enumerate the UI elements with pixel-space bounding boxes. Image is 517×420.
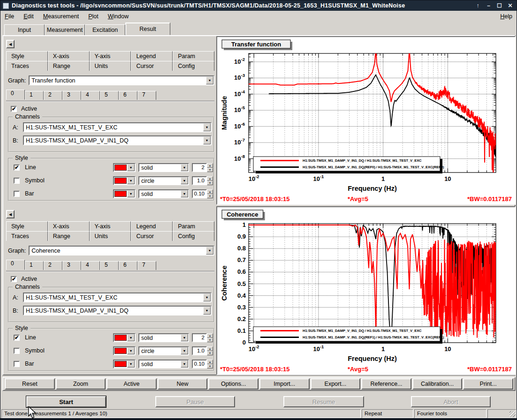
trace-tab-6[interactable]: 6 (119, 261, 137, 270)
bar-width-stepper[interactable]: 0.10 ▲▼ (192, 189, 213, 198)
line-style-select[interactable]: solid ▼ (138, 333, 189, 342)
resize-grip[interactable] (509, 411, 516, 417)
tab-param[interactable]: Param (173, 51, 214, 61)
menu-file[interactable]: File (5, 13, 14, 20)
tab-measurement[interactable]: Measurement (45, 24, 85, 35)
trace-tab-1[interactable]: 1 (25, 91, 44, 100)
spin-up-icon[interactable]: ▲ (207, 189, 213, 194)
chevron-down-icon[interactable]: ▼ (203, 293, 211, 301)
active-checkbox[interactable]: ✔ (11, 106, 17, 112)
collapse-panel-button[interactable]: ◀ (6, 40, 15, 48)
tab-traces[interactable]: Traces (6, 61, 48, 71)
chevron-down-icon[interactable]: ▼ (127, 334, 135, 341)
tab-config[interactable]: Config (173, 61, 214, 71)
tab-range[interactable]: Range (48, 231, 90, 241)
reset-button[interactable]: Reset (5, 378, 55, 390)
tab-traces[interactable]: Traces (6, 231, 48, 241)
symbol-size-stepper[interactable]: 1.0 ▲▼ (192, 176, 213, 185)
print-button[interactable]: Print... (463, 378, 513, 390)
trace-tab-2[interactable]: 2 (44, 261, 62, 270)
symbol-style-select[interactable]: circle ▼ (138, 176, 189, 185)
channel-a-select[interactable]: H1:SUS-TMSX_M1_TEST_V_EXC ▼ (23, 292, 212, 302)
calibration-button[interactable]: Calibration... (412, 378, 463, 390)
bar-width-stepper[interactable]: 0.10 ▲▼ (192, 360, 213, 368)
spin-down-icon[interactable]: ▼ (207, 181, 213, 186)
trace-tab-6[interactable]: 6 (119, 91, 137, 100)
line-color-select[interactable]: ▼ (113, 163, 136, 172)
bar-checkbox[interactable] (14, 191, 20, 197)
spin-up-icon[interactable]: ▲ (207, 346, 213, 351)
chevron-down-icon[interactable]: ▼ (203, 123, 211, 131)
line-checkbox[interactable]: ✔ (14, 165, 20, 171)
symbol-color-select[interactable]: ▼ (113, 176, 136, 185)
spin-up-icon[interactable]: ▲ (207, 360, 213, 364)
menu-measurement[interactable]: Measurement (43, 13, 79, 20)
tab-units[interactable]: Units (90, 231, 131, 241)
trace-tab-2[interactable]: 2 (44, 91, 62, 100)
tab-config[interactable]: Config (173, 231, 214, 241)
trace-tab-7[interactable]: 7 (137, 261, 156, 270)
tab-x-axis[interactable]: X-axis (48, 221, 90, 231)
tab-cursor[interactable]: Cursor (131, 61, 173, 71)
spin-down-icon[interactable]: ▼ (207, 338, 213, 343)
line-width-stepper[interactable]: 2 ▲▼ (192, 333, 213, 342)
chevron-down-icon[interactable]: ▼ (127, 164, 135, 171)
menu-help[interactable]: Help (500, 13, 512, 20)
active-button[interactable]: Active (106, 378, 157, 390)
import-button[interactable]: Import... (259, 378, 310, 390)
tab-range[interactable]: Range (48, 61, 90, 71)
new-button[interactable]: New (158, 378, 208, 390)
tab-legend[interactable]: Legend (131, 51, 173, 61)
spin-down-icon[interactable]: ▼ (207, 168, 213, 172)
tab-style[interactable]: Style (6, 51, 48, 61)
chevron-down-icon[interactable]: ▼ (127, 177, 135, 184)
trace-tab-3[interactable]: 3 (62, 91, 81, 100)
bar-style-select[interactable]: solid ▼ (138, 360, 189, 368)
coherence-plot[interactable]: 10-210-111010.90.80.70.60.50.40.30.20.10… (217, 207, 515, 374)
trace-tab-4[interactable]: 4 (81, 261, 100, 270)
chevron-down-icon[interactable]: ▼ (127, 347, 135, 354)
trace-tab-0[interactable]: 0 (6, 260, 25, 270)
graph-select[interactable]: Transfer function ▼ (29, 75, 214, 85)
reference-button[interactable]: Reference... (361, 378, 411, 390)
tab-cursor[interactable]: Cursor (131, 231, 173, 241)
spin-down-icon[interactable]: ▼ (207, 364, 213, 369)
chevron-down-icon[interactable]: ▼ (181, 164, 188, 171)
close-window-icon[interactable]: ✕ (506, 2, 514, 10)
chevron-down-icon[interactable]: ▼ (181, 347, 188, 354)
trace-tab-1[interactable]: 1 (25, 261, 44, 270)
maximize-window-icon[interactable]: ☐ (495, 2, 503, 10)
chevron-down-icon[interactable]: ▼ (203, 136, 211, 144)
bar-checkbox[interactable] (14, 361, 20, 367)
bar-style-select[interactable]: solid ▼ (138, 189, 189, 198)
line-width-stepper[interactable]: 2 ▲▼ (192, 163, 213, 172)
minimize-window-icon[interactable]: – (485, 2, 493, 10)
spin-down-icon[interactable]: ▼ (207, 194, 213, 199)
trace-tab-3[interactable]: 3 (62, 261, 81, 270)
chevron-down-icon[interactable]: ▼ (181, 190, 188, 197)
line-checkbox[interactable]: ✔ (14, 335, 20, 341)
graph-select[interactable]: Coherence ▼ (29, 246, 214, 255)
collapse-panel-button[interactable]: ◀ (6, 210, 15, 218)
bar-color-select[interactable]: ▼ (113, 360, 136, 368)
tab-y-axis[interactable]: Y-axis (90, 51, 131, 61)
menu-window[interactable]: Window (108, 13, 129, 20)
chevron-down-icon[interactable]: ▼ (181, 360, 188, 368)
active-checkbox[interactable]: ✔ (11, 276, 17, 282)
options-button[interactable]: Options... (208, 378, 258, 390)
channel-a-select[interactable]: H1:SUS-TMSX_M1_TEST_V_EXC ▼ (23, 122, 212, 132)
tab-legend[interactable]: Legend (131, 221, 173, 231)
trace-tab-4[interactable]: 4 (81, 91, 100, 100)
symbol-color-select[interactable]: ▼ (113, 346, 136, 355)
tab-excitation[interactable]: Excitation (85, 24, 125, 35)
zoom-button[interactable]: Zoom (56, 378, 106, 390)
line-color-select[interactable]: ▼ (113, 333, 136, 342)
symbol-checkbox[interactable] (14, 348, 20, 354)
trace-tab-5[interactable]: 5 (100, 261, 119, 270)
symbol-size-stepper[interactable]: 1.0 ▲▼ (192, 346, 213, 355)
abort-button[interactable]: Abort (411, 396, 491, 407)
pause-button[interactable]: Pause (155, 396, 235, 407)
tab-y-axis[interactable]: Y-axis (90, 221, 131, 231)
tab-style[interactable]: Style (6, 221, 48, 231)
chevron-down-icon[interactable]: ▼ (127, 190, 135, 197)
